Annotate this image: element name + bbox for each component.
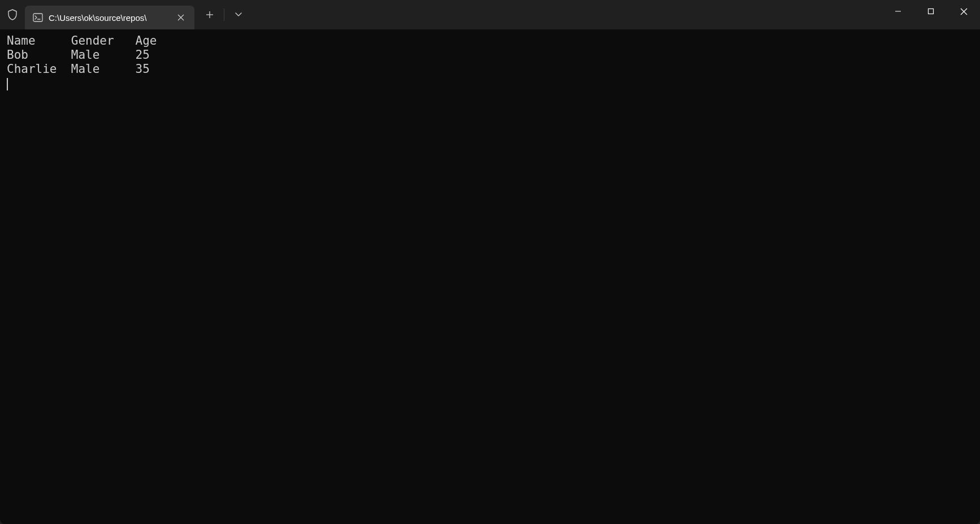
app-shield-icon [0,0,25,29]
tab-close-button[interactable] [174,11,188,24]
close-button[interactable] [947,0,980,23]
tab-title: C:\Users\ok\source\repos\ [49,13,168,23]
terminal-text: Name Gender Age Bob Male 25 Charlie Male… [7,34,157,76]
tab-actions [198,0,250,29]
svg-rect-0 [33,14,42,21]
minimize-button[interactable] [882,0,914,23]
window-controls [882,0,980,23]
terminal-app-icon [33,13,43,22]
tab-active[interactable]: C:\Users\ok\source\repos\ [25,6,194,29]
new-tab-button[interactable] [198,3,222,26]
titlebar: C:\Users\ok\source\repos\ [0,0,980,29]
svg-rect-7 [929,9,934,14]
terminal-output[interactable]: Name Gender Age Bob Male 25 Charlie Male… [0,29,980,524]
tab-dropdown-button[interactable] [227,3,250,26]
maximize-button[interactable] [914,0,947,23]
tab-divider [224,8,224,21]
terminal-cursor [7,78,8,90]
